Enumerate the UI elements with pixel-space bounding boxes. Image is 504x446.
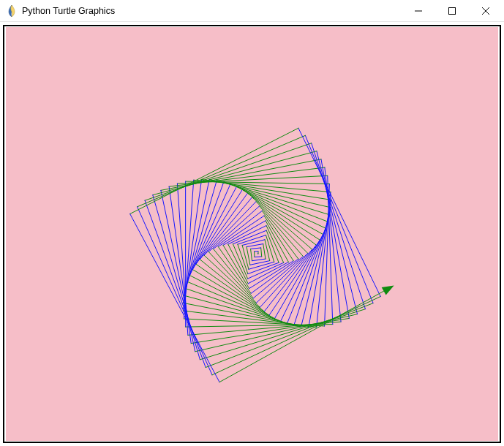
canvas-background: [6, 27, 498, 441]
svg-rect-1: [449, 7, 456, 14]
window-controls: [402, 0, 503, 21]
title-bar: Python Turtle Graphics: [0, 0, 504, 22]
python-feather-icon: [6, 5, 18, 17]
canvas-border: [3, 25, 501, 443]
turtle-canvas: [6, 27, 498, 441]
svg-line-8: [255, 257, 262, 257]
client-area: [0, 22, 504, 446]
close-button[interactable]: [469, 0, 503, 21]
maximize-button[interactable]: [435, 0, 469, 21]
minimize-button[interactable]: [402, 0, 435, 21]
svg-line-2: [482, 7, 489, 15]
app-window: Python Turtle Graphics: [0, 0, 504, 446]
window-title: Python Turtle Graphics: [22, 6, 115, 16]
svg-line-3: [482, 7, 489, 15]
